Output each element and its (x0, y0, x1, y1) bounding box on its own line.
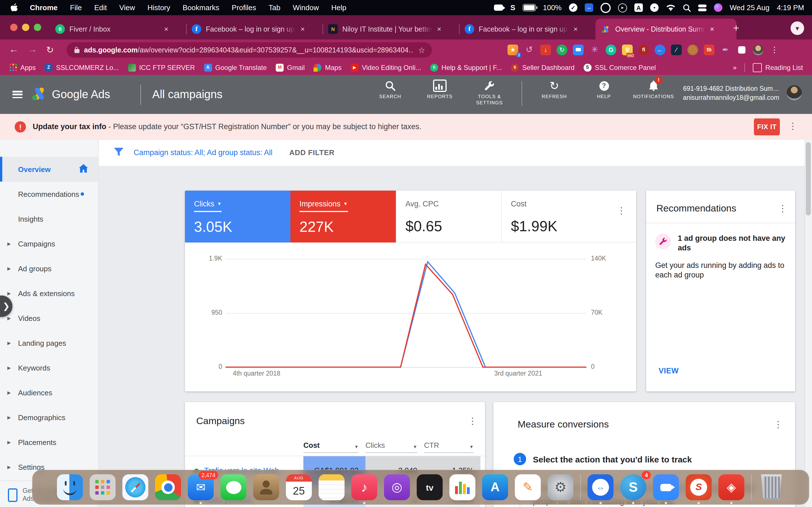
conversions-menu-icon[interactable]: ⋮ (774, 419, 783, 430)
dock-appstore-icon[interactable]: A (482, 474, 508, 500)
tab-close-icon[interactable]: × (164, 25, 168, 33)
window-close-button[interactable] (10, 24, 17, 31)
column-header-cost[interactable]: Cost▼ (303, 437, 359, 453)
notifications-nav-button[interactable]: ! NOTIFICATIONS (636, 79, 671, 100)
fix-it-button[interactable]: FIX IT (754, 118, 780, 135)
bookmark-translate[interactable]: AGoogle Translate (204, 63, 267, 71)
dock-chrome-icon[interactable] (155, 474, 181, 500)
teamviewer-menubar-icon[interactable]: ⇔ (585, 3, 593, 12)
tab-facebook-2[interactable]: f Facebook – log in or sign up × (459, 19, 595, 40)
account-avatar[interactable] (787, 85, 802, 100)
sidebar-item-campaigns[interactable]: ▶Campaigns (0, 231, 98, 256)
search-nav-button[interactable]: SEARCH (373, 79, 408, 100)
menu-view[interactable]: View (119, 3, 135, 12)
tb-extension-icon[interactable]: tb (704, 44, 714, 55)
dock-calendar-icon[interactable]: AUG25 (286, 474, 312, 500)
zoom-extension-icon[interactable] (573, 44, 584, 55)
forward-icon[interactable]: → (27, 44, 37, 55)
menu-profiles[interactable]: Profiles (232, 3, 256, 12)
tab-search-caret-button[interactable]: ▼ (791, 21, 804, 35)
menu-tab[interactable]: Tab (269, 3, 281, 12)
sidebar-item-overview[interactable]: Overview (0, 157, 98, 182)
reading-list-button[interactable]: Reading List (753, 63, 803, 72)
metric-tile-avg-cpc[interactable]: Avg. CPC $0.65 (396, 190, 501, 242)
view-button[interactable]: VIEW (659, 367, 679, 375)
sidebar-item-audiences[interactable]: ▶Audiences (0, 380, 98, 405)
tab-niloy-it[interactable]: N Niloy IT Institute | Your better f × (323, 19, 459, 40)
metric-tile-impressions[interactable]: Impressions▼ 227K (290, 190, 396, 242)
bookmark-star-icon[interactable]: ☆ (418, 45, 425, 54)
menu-history[interactable]: History (148, 3, 170, 12)
add-filter-button[interactable]: ADD FILTER (289, 148, 335, 157)
sidebar-item-videos[interactable]: ▶Videos (0, 306, 98, 331)
sidebar-item-keywords[interactable]: ▶Keywords (0, 355, 98, 380)
tab-fiverr-inbox[interactable]: fi Fiverr / Inbox × (50, 19, 186, 40)
campaigns-menu-icon[interactable]: ⋮ (468, 416, 477, 426)
new-tab-button[interactable]: + (733, 22, 739, 33)
dock-podcasts-icon[interactable]: ◎ (384, 474, 410, 500)
tab-close-icon[interactable]: × (437, 25, 441, 33)
dock-appletv-icon[interactable]: tv (417, 474, 443, 500)
dock-smanager-icon[interactable]: S (686, 474, 712, 500)
dock-red-diamond-app-icon[interactable]: ◈ (718, 474, 744, 500)
dock-numbers-icon[interactable] (450, 474, 475, 500)
recommendations-menu-icon[interactable]: ⋮ (778, 203, 787, 214)
bookmark-ssl-comerce[interactable]: SSSL Comerce Panel (584, 63, 656, 71)
column-header-ctr[interactable]: CTR▼ (424, 437, 474, 453)
snowflake-extension-icon[interactable]: ✳ (589, 44, 600, 55)
tools-settings-nav-button[interactable]: TOOLS & SETTINGS (472, 79, 507, 106)
sidebar-item-recommendations[interactable]: Recommendations (0, 182, 98, 207)
bookmark-video-editing[interactable]: ▶Video Editing Onli... (350, 63, 421, 71)
campaign-status-filter[interactable]: Campaign status: All; Ad group status: A… (134, 148, 272, 157)
tab-close-icon[interactable]: × (574, 25, 578, 33)
menu-chrome[interactable]: Chrome (30, 3, 58, 12)
siri-icon[interactable] (714, 3, 722, 12)
metric-tile-cost[interactable]: Cost $1.99K (501, 190, 607, 242)
bookmark-sslcommerz[interactable]: ZSSLCOMMERZ Lo... (45, 63, 119, 71)
battery-icon[interactable] (522, 4, 535, 11)
bookmarks-overflow-chevron[interactable]: » (733, 63, 737, 71)
dock-notes-icon[interactable] (318, 474, 345, 500)
sidebar-item-placements[interactable]: ▶Placements (0, 430, 98, 455)
dock-pages-icon[interactable]: ✎ (515, 474, 541, 500)
sidebar-item-landing-pages[interactable]: ▶Landing pages (0, 331, 98, 355)
account-info[interactable]: 691-919-4682 Distribution Sum… anisurrah… (683, 84, 779, 102)
dock-teamviewer-icon[interactable]: ⇔ (588, 474, 614, 500)
page-scrollbar[interactable] (805, 140, 812, 507)
sidebar-item-ad-groups[interactable]: ▶Ad groups (0, 256, 98, 281)
shortcuts-icon[interactable]: S (510, 3, 515, 12)
spotlight-search-icon[interactable] (683, 4, 691, 11)
menubar-time[interactable]: 4:19 PM (777, 3, 804, 12)
creative-cloud-icon[interactable] (600, 3, 611, 13)
dock-safari-icon[interactable] (122, 474, 148, 500)
grammarly-extension-icon[interactable]: G (605, 44, 616, 55)
bookmark-seller-dashboard[interactable]: fiSeller Dashboard (511, 63, 574, 71)
bookmark-icc-ftp[interactable]: ICC FTP SERVER (128, 63, 195, 71)
control-center-icon[interactable] (698, 4, 706, 11)
dock-mail-icon[interactable]: ✉2,474 (188, 474, 214, 500)
menu-help[interactable]: Help (331, 3, 347, 12)
address-bar[interactable]: ads.google.com/aw/overview?ocid=28963404… (66, 42, 432, 58)
chrome-menu-icon[interactable]: ⋮ (769, 44, 780, 55)
menu-edit[interactable]: Edit (94, 3, 107, 12)
dock-zoom-icon[interactable] (653, 474, 679, 500)
sidebar-item-demographics[interactable]: ▶Demographics (0, 405, 98, 430)
puzzle-extensions-icon[interactable] (737, 44, 747, 55)
scrollbar-thumb[interactable] (806, 142, 811, 215)
screen-record-icon[interactable] (494, 4, 503, 11)
window-zoom-button[interactable] (34, 24, 41, 31)
dock-music-icon[interactable]: ♪ (351, 474, 377, 500)
bookmark-maps[interactable]: Maps (314, 63, 342, 71)
fiverr-extension-icon[interactable]: fi (638, 44, 649, 55)
menu-file[interactable]: File (70, 3, 82, 12)
refresh-nav-button[interactable]: ↻ REFRESH (537, 79, 572, 100)
history-extension-icon[interactable]: ↺ (524, 44, 534, 55)
dock-contacts-icon[interactable] (253, 474, 279, 500)
metric-tile-clicks[interactable]: Clicks▼ 3.05K (185, 190, 290, 242)
bookmark-help-support[interactable]: fiHelp & Support | F... (430, 63, 502, 71)
play-circle-icon[interactable]: ▸ (618, 3, 627, 12)
dock-skype-icon[interactable]: S4 (620, 474, 646, 500)
tab-facebook-1[interactable]: f Facebook – log in or sign up × (186, 19, 323, 40)
dock-messages-icon[interactable] (221, 474, 246, 500)
input-source-icon[interactable]: A (634, 3, 643, 12)
